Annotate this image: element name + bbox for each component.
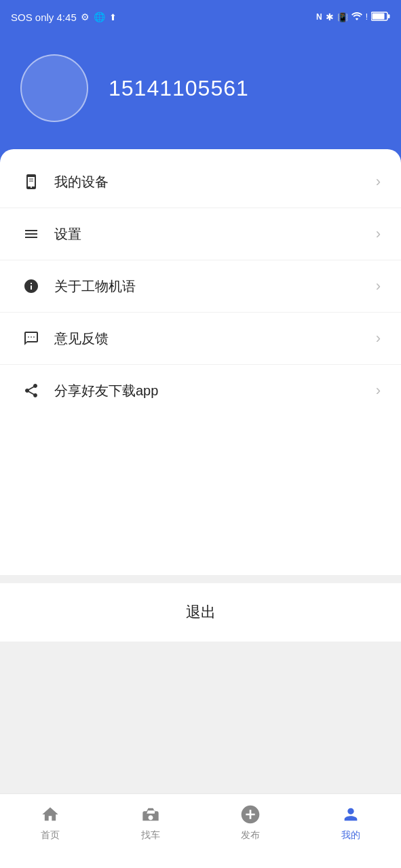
svg-rect-2 (388, 14, 390, 18)
menu-item-about[interactable]: 关于工物机语 › (0, 260, 401, 313)
status-right: N ✱ 📳 ! (316, 12, 390, 23)
content-spacer (0, 642, 401, 793)
settings-label: 设置 (54, 225, 376, 243)
publish-icon (238, 802, 263, 827)
profile-header: 15141105561 (0, 34, 401, 163)
nav-item-home[interactable]: 首页 (0, 802, 100, 842)
find-car-icon (138, 802, 163, 827)
menu-item-share[interactable]: 分享好友下载app › (0, 365, 401, 416)
wifi-icon (351, 12, 362, 23)
status-left: SOS only 4:45 ⚙ 🌐 ⬆ (11, 12, 117, 23)
home-label: 首页 (41, 829, 60, 842)
feedback-label: 意见反馈 (54, 330, 376, 348)
avatar (20, 54, 88, 122)
nav-item-mine[interactable]: 我的 (301, 802, 401, 842)
battery-icon (371, 12, 390, 23)
publish-label: 发布 (241, 829, 260, 842)
menu-card: 我的设备 › 设置 › 关于工物机语 › 意见反馈 › (0, 149, 401, 575)
device-icon (20, 171, 42, 193)
home-icon (38, 802, 62, 827)
phone-number: 15141105561 (109, 76, 249, 101)
globe-icon: 🌐 (94, 12, 105, 22)
mine-icon (339, 802, 363, 827)
feedback-arrow: › (376, 330, 381, 347)
my-devices-label: 我的设备 (54, 173, 376, 191)
bluetooth-icon: ✱ (326, 12, 334, 22)
find-car-label: 找车 (141, 829, 160, 842)
signal-icon: ! (366, 12, 368, 22)
upload-icon: ⬆ (109, 12, 117, 22)
mine-label: 我的 (341, 829, 360, 842)
logout-text: 退出 (186, 604, 216, 620)
about-arrow: › (376, 277, 381, 295)
gear-icon: ⚙ (81, 12, 90, 22)
nav-item-publish[interactable]: 发布 (201, 802, 301, 842)
feedback-icon (20, 328, 42, 349)
vibrate-icon: 📳 (337, 12, 348, 22)
about-label: 关于工物机语 (54, 277, 376, 296)
share-arrow: › (376, 382, 381, 399)
nav-item-find-car[interactable]: 找车 (100, 802, 201, 842)
menu-item-feedback[interactable]: 意见反馈 › (0, 313, 401, 365)
share-icon (20, 380, 42, 401)
settings-arrow: › (376, 225, 381, 243)
menu-item-settings[interactable]: 设置 › (0, 208, 401, 260)
settings-icon (20, 223, 42, 245)
share-label: 分享好友下载app (54, 382, 376, 400)
sos-time-text: SOS only 4:45 (11, 12, 77, 23)
bottom-nav: 首页 找车 发布 我的 (0, 793, 401, 868)
my-devices-arrow: › (376, 173, 381, 191)
status-bar: SOS only 4:45 ⚙ 🌐 ⬆ N ✱ 📳 ! (0, 0, 401, 34)
svg-rect-1 (373, 13, 385, 19)
menu-item-my-devices[interactable]: 我的设备 › (0, 156, 401, 208)
logout-section[interactable]: 退出 (0, 583, 401, 642)
nfc-icon: N (316, 12, 322, 22)
info-icon (20, 275, 42, 297)
